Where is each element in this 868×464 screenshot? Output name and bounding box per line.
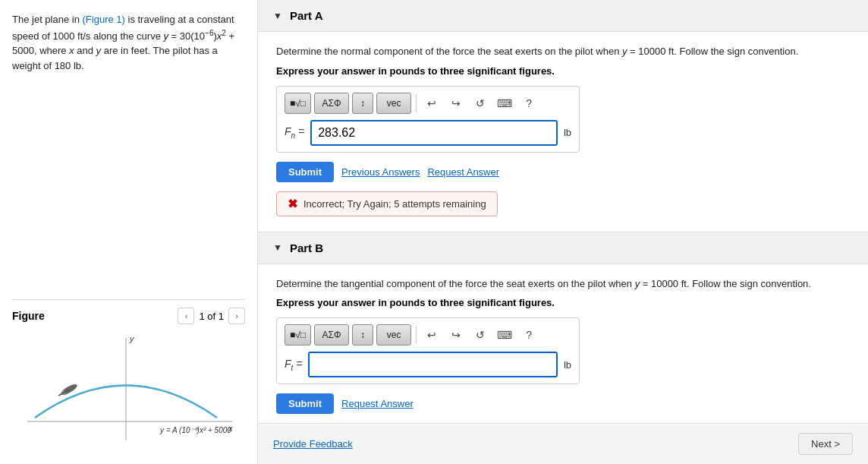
part-b-body: Determine the tangential component of th… [258, 264, 868, 439]
part-a-section: ▼ Part A Determine the normal component … [258, 0, 868, 232]
keyboard-btn-a[interactable]: ⌨ [494, 93, 515, 114]
part-a-answer-box: ■√□ ΑΣΦ ↕ vec ↩ ↪ ↺ ⌨ ? [276, 86, 580, 153]
part-a-submit-btn[interactable]: Submit [276, 162, 334, 182]
part-a-request-answer-btn[interactable]: Request Answer [427, 166, 499, 178]
refresh-btn-b[interactable]: ↺ [470, 324, 491, 346]
vec-btn-a[interactable]: vec [376, 93, 411, 114]
part-b-label: Part B [290, 241, 323, 254]
arrow-btn-a[interactable]: ↕ [352, 93, 373, 114]
sidebar: The jet plane in (Figure 1) is traveling… [0, 0, 258, 464]
refresh-btn-a[interactable]: ↺ [470, 93, 491, 114]
redo-btn-a[interactable]: ↪ [445, 93, 467, 114]
ase-btn-a[interactable]: ΑΣΦ [314, 93, 349, 114]
vec-btn-b[interactable]: vec [376, 324, 411, 346]
part-a-math-label: Fn = [285, 125, 304, 140]
part-b-section: ▼ Part B Determine the tangential compon… [258, 232, 868, 440]
part-a-arrow: ▼ [273, 11, 282, 21]
part-b-question: Determine the tangential component of th… [276, 276, 850, 292]
part-a-input-row: Fn = lb [285, 120, 571, 146]
part-a-input[interactable] [310, 120, 558, 146]
part-b-input[interactable] [308, 352, 557, 377]
part-a-body: Determine the normal component of the fo… [258, 32, 868, 232]
graph-svg: y x y = A (10⁻⁶)x² + 5000 [12, 330, 240, 452]
part-a-header[interactable]: ▼ Part A [258, 0, 868, 32]
x-icon: ✖ [288, 197, 297, 211]
figure-section: Figure ‹ 1 of 1 › y x [12, 299, 245, 452]
part-a-instruction: Express your answer in pounds to three s… [276, 65, 850, 77]
ase-btn-b[interactable]: ΑΣΦ [314, 324, 349, 346]
part-b-arrow: ▼ [273, 242, 282, 253]
part-a-btn-row: Submit Previous Answers Request Answer [276, 162, 850, 182]
part-b-answer-box: ■√□ ΑΣΦ ↕ vec ↩ ↪ ↺ ⌨ ? [276, 317, 580, 384]
part-b-request-answer-btn[interactable]: Request Answer [341, 398, 414, 409]
separator-b1 [416, 326, 417, 344]
part-b-btn-row: Submit Request Answer [276, 393, 850, 414]
feedback-btn[interactable]: Provide Feedback [273, 438, 353, 450]
svg-text:y: y [129, 334, 135, 343]
incorrect-badge: ✖ Incorrect; Try Again; 5 attempts remai… [276, 191, 498, 216]
svg-text:y = A (10⁻⁶)x² + 5000: y = A (10⁻⁶)x² + 5000 [159, 426, 231, 434]
incorrect-text: Incorrect; Try Again; 5 attempts remaini… [303, 198, 486, 210]
figure-header: Figure ‹ 1 of 1 › [12, 308, 245, 324]
graph-area: y x y = A (10⁻⁶)x² + 5000 [12, 330, 245, 452]
figure-prev-btn[interactable]: ‹ [178, 308, 194, 324]
figure-title: Figure [12, 310, 45, 322]
matrix-btn-a[interactable]: ■√□ [285, 93, 311, 114]
part-a-previous-answers-btn[interactable]: Previous Answers [341, 166, 420, 178]
arrow-btn-b[interactable]: ↕ [352, 324, 373, 346]
part-a-label: Part A [290, 9, 323, 22]
part-a-toolbar: ■√□ ΑΣΦ ↕ vec ↩ ↪ ↺ ⌨ ? [285, 93, 571, 114]
part-b-header[interactable]: ▼ Part B [258, 232, 868, 264]
figure-link[interactable]: (Figure 1) [83, 14, 125, 25]
part-b-instruction: Express your answer in pounds to three s… [276, 297, 850, 308]
next-btn[interactable]: Next > [798, 433, 853, 455]
keyboard-btn-b[interactable]: ⌨ [494, 324, 515, 346]
footer-bar: Provide Feedback Next > [258, 423, 868, 464]
part-b-submit-btn[interactable]: Submit [276, 393, 334, 414]
figure-page-indicator: 1 of 1 [199, 311, 224, 322]
part-b-math-label: Ft = [285, 358, 302, 372]
figure-nav: ‹ 1 of 1 › [178, 308, 245, 324]
part-a-unit: lb [564, 127, 571, 138]
undo-btn-a[interactable]: ↩ [421, 93, 442, 114]
main-content: ▼ Part A Determine the normal component … [258, 0, 868, 464]
separator-a1 [416, 94, 417, 112]
undo-btn-b[interactable]: ↩ [421, 324, 442, 346]
help-btn-b[interactable]: ? [518, 324, 539, 346]
figure-next-btn[interactable]: › [228, 308, 245, 324]
problem-description: The jet plane in (Figure 1) is traveling… [12, 12, 245, 73]
part-b-input-row: Ft = lb [285, 352, 571, 377]
part-a-question: Determine the normal component of the fo… [276, 44, 850, 59]
help-btn-a[interactable]: ? [518, 93, 539, 114]
part-b-unit: lb [564, 359, 571, 371]
redo-btn-b[interactable]: ↪ [445, 324, 467, 346]
matrix-btn-b[interactable]: ■√□ [285, 324, 311, 346]
part-b-toolbar: ■√□ ΑΣΦ ↕ vec ↩ ↪ ↺ ⌨ ? [285, 324, 571, 346]
